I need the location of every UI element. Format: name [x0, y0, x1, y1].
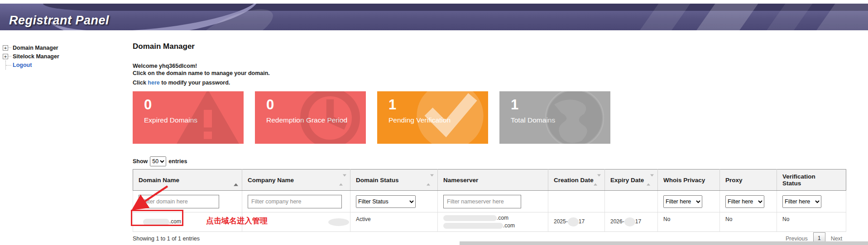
header-row: Domain Name Company Name Domain Status N…: [133, 170, 846, 191]
next-page-button[interactable]: Next: [831, 236, 843, 242]
stat-value: 1: [511, 97, 518, 113]
cell-whois-privacy: No: [658, 212, 720, 232]
stat-value: 0: [144, 97, 152, 113]
col-header-proxy[interactable]: Proxy: [720, 170, 777, 191]
password-hint: Click here to modify your password.: [133, 80, 230, 86]
cell-expiry-date: 2026-17: [605, 212, 658, 232]
expiry-date-prefix: 2026-: [610, 218, 624, 225]
check-icon: [414, 91, 486, 144]
col-label: Expiry Date: [610, 177, 644, 184]
sort-both-icon[interactable]: [647, 177, 654, 184]
col-header-expiry-date[interactable]: Expiry Date: [605, 170, 658, 191]
sidebar-item-domain-manager[interactable]: + Domain Manager: [3, 43, 59, 52]
redacted-nameserver-blob: [443, 223, 503, 229]
change-password-link[interactable]: here: [148, 80, 159, 86]
password-hint-pre: Click: [133, 80, 148, 86]
warning-triangle-icon: [174, 91, 242, 144]
sort-both-icon[interactable]: [427, 177, 434, 184]
col-header-creation-date[interactable]: Creation Date: [548, 170, 605, 191]
sidebar-item-sitelock-manager[interactable]: + Sitelock Manager: [3, 52, 59, 61]
expand-plus-icon[interactable]: +: [3, 45, 8, 51]
stat-value: 0: [266, 97, 274, 113]
welcome-text: Welcome yhq365dlcom! Click on the domain…: [133, 63, 270, 77]
filter-status-select[interactable]: Filter Status: [356, 195, 416, 208]
stat-card-expired-domains: 0 Expired Domains: [133, 91, 244, 144]
filter-empty-cell: [548, 191, 605, 212]
page-title: Domain Manager: [133, 42, 195, 51]
cell-proxy: No: [720, 212, 777, 232]
col-label: Creation Date: [554, 177, 594, 184]
cell-verification-status: No: [777, 212, 846, 232]
app-title: Registrant Panel: [9, 14, 109, 28]
tree-branch: Logout: [5, 61, 59, 70]
table-info-text: Showing 1 to 1 of 1 entries: [133, 236, 200, 242]
tree-connector: [8, 56, 11, 57]
sidebar-tree: + Domain Manager + Sitelock Manager Logo…: [3, 43, 59, 70]
col-header-nameserver[interactable]: Nameserver: [438, 170, 548, 191]
registrant-panel-page: Registrant Panel + Domain Manager + Site…: [0, 0, 868, 245]
entries-count-select[interactable]: 50: [150, 156, 166, 166]
sidebar-item-label[interactable]: Domain Manager: [11, 45, 58, 51]
cell-domain-status: Active: [350, 212, 438, 232]
sort-both-icon[interactable]: [339, 177, 346, 184]
show-label: Show: [133, 158, 148, 165]
creation-date-prefix: 2025-: [554, 218, 568, 225]
annotation-highlight-box: [131, 210, 183, 226]
cell-nameserver: .com .com: [438, 212, 548, 232]
creation-date-suffix: 17: [579, 218, 585, 225]
cell-creation-date: 2025-17: [548, 212, 605, 232]
nameserver-suffix: .com: [503, 222, 515, 229]
entries-label: entries: [168, 158, 187, 165]
clock-icon: [296, 91, 364, 144]
stat-card-redemption-grace: 0 Redemption Grace Period: [255, 91, 366, 144]
redacted-date-blob: [568, 217, 579, 226]
sidebar-item-label[interactable]: Sitelock Manager: [11, 53, 59, 60]
filter-nameserver-input[interactable]: [443, 195, 521, 208]
footer-strip: [460, 241, 868, 245]
show-entries-bar: Show 50 entries: [133, 156, 187, 166]
filter-empty-cell: [605, 191, 658, 212]
globe-icon: [541, 91, 609, 144]
expiry-date-suffix: 17: [635, 218, 641, 225]
filter-whois-select[interactable]: Filter here: [663, 195, 702, 208]
welcome-line2: Click on the domain name to manage your …: [133, 70, 270, 77]
filter-row: Filter Status Filter here Filter here Fi…: [133, 191, 846, 212]
col-label: Proxy: [725, 177, 743, 184]
expand-plus-icon[interactable]: +: [3, 54, 8, 59]
col-header-domain-status[interactable]: Domain Status: [350, 170, 438, 191]
col-label: Whois Privacy: [663, 177, 705, 184]
col-label: Verification Status: [782, 173, 815, 187]
welcome-line1: Welcome yhq365dlcom!: [133, 63, 270, 70]
col-label: Company Name: [248, 177, 294, 184]
col-header-company-name[interactable]: Company Name: [242, 170, 350, 191]
redacted-date-blob: [624, 217, 635, 226]
redacted-company-blob: [328, 218, 349, 226]
tree-connector: [8, 47, 11, 48]
password-hint-post: to modify your password.: [160, 80, 230, 86]
stat-value: 1: [388, 97, 396, 113]
sort-both-icon[interactable]: [594, 177, 601, 184]
sidebar-item-logout[interactable]: Logout: [6, 61, 59, 70]
sort-asc-icon[interactable]: [234, 177, 238, 184]
nameserver-suffix: .com: [497, 215, 508, 221]
col-label: Nameserver: [443, 177, 478, 184]
previous-page-button[interactable]: Previous: [786, 236, 808, 242]
filter-verification-select[interactable]: Filter here: [782, 195, 821, 208]
col-header-whois-privacy[interactable]: Whois Privacy: [658, 170, 720, 191]
col-label: Domain Status: [356, 177, 399, 184]
col-header-verification-status[interactable]: Verification Status: [777, 170, 846, 191]
stat-card-total-domains: 1 Total Domains: [499, 91, 610, 144]
stat-card-pending-verification: 1 Pending Verification: [377, 91, 488, 144]
logout-link[interactable]: Logout: [11, 62, 32, 68]
header-banner: Registrant Panel: [0, 4, 868, 30]
tree-connector: [6, 65, 11, 66]
filter-proxy-select[interactable]: Filter here: [725, 195, 764, 208]
redacted-nameserver-blob: [443, 215, 497, 221]
annotation-hint-text: 点击域名进入管理: [206, 216, 268, 226]
filter-company-input[interactable]: [248, 195, 342, 208]
